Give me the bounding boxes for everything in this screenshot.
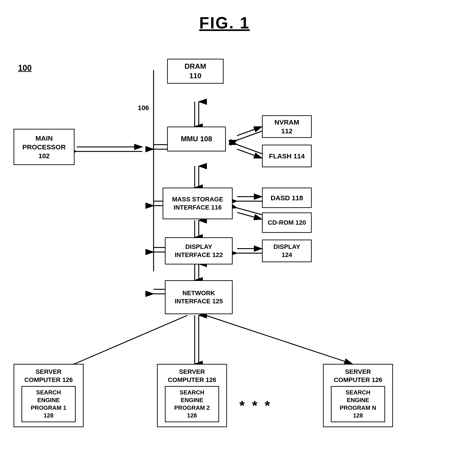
display-interface-box: DISPLAYINTERFACE 122: [165, 237, 233, 264]
svg-line-12: [237, 131, 262, 140]
mass-storage-box: MASS STORAGEINTERFACE 116: [163, 188, 233, 219]
searchN-inner-box: SEARCHENGINEPROGRAM N128: [331, 386, 385, 422]
svg-line-14: [237, 145, 262, 154]
dasd-box: DASD 118: [262, 188, 312, 208]
dram-box: DRAM110: [167, 59, 224, 84]
nvram-box: NVRAM112: [262, 115, 312, 138]
svg-line-13: [237, 149, 262, 158]
svg-line-11: [237, 126, 262, 136]
svg-line-36: [206, 315, 352, 364]
search2-inner-box: SEARCHENGINEPROGRAM 2128: [165, 386, 219, 422]
mmu-box: MMU 108: [167, 126, 226, 151]
server1-box: SERVERCOMPUTER 126 SEARCHENGINEPROGRAM 1…: [14, 364, 84, 427]
network-interface-box: NETWORKINTERFACE 125: [165, 280, 233, 314]
server3-box: SERVERCOMPUTER 126 SEARCHENGINEPROGRAM N…: [323, 364, 393, 427]
ellipsis: * * *: [239, 398, 272, 413]
page-title: FIG. 1: [0, 0, 449, 32]
bus-label: 106: [138, 104, 149, 112]
search1-inner-box: SEARCHENGINEPROGRAM 1128: [22, 386, 76, 422]
flash-box: FLASH 114: [262, 145, 312, 167]
svg-line-21: [237, 212, 262, 219]
svg-line-33: [74, 315, 187, 364]
svg-line-22: [237, 208, 262, 215]
display-box: DISPLAY124: [262, 240, 312, 262]
diagram-label: 100: [18, 63, 32, 73]
server2-box: SERVERCOMPUTER 126 SEARCHENGINEPROGRAM 2…: [157, 364, 227, 427]
cdrom-box: CD-ROM 120: [262, 212, 312, 233]
main-processor-box: MAINPROCESSOR102: [14, 129, 74, 165]
